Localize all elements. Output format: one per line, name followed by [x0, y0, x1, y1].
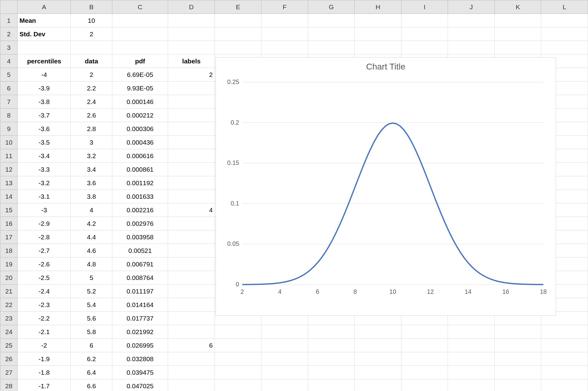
cell-A15[interactable]: -3: [18, 203, 71, 217]
cell-C10[interactable]: 0.000436: [112, 136, 168, 149]
cell-empty[interactable]: [215, 325, 261, 339]
cell-A14[interactable]: -3.1: [18, 190, 71, 203]
cell-empty[interactable]: [355, 325, 401, 339]
cell-B6[interactable]: 2.2: [71, 82, 112, 95]
cell-B27[interactable]: 6.4: [71, 366, 112, 379]
col-header-G[interactable]: G: [308, 0, 355, 14]
row-header-24[interactable]: 24: [0, 325, 18, 339]
cell-C9[interactable]: 0.000306: [112, 122, 168, 136]
cell-empty[interactable]: [494, 41, 541, 54]
cell-empty[interactable]: [401, 41, 448, 54]
cell-C24[interactable]: 0.021992: [112, 325, 168, 339]
row-header-22[interactable]: 22: [0, 298, 18, 312]
cell-B23[interactable]: 5.6: [71, 312, 112, 325]
cell-A23[interactable]: -2.2: [18, 312, 71, 325]
cell-empty[interactable]: [355, 366, 401, 379]
cell-B11[interactable]: 3.2: [71, 149, 112, 163]
cell-empty[interactable]: [261, 352, 308, 366]
cell-C20[interactable]: 0.008764: [112, 271, 168, 285]
cell-C16[interactable]: 0.002976: [112, 217, 168, 230]
cell-empty[interactable]: [401, 325, 448, 339]
cell-C6[interactable]: 9.93E-05: [112, 82, 168, 95]
embedded-chart[interactable]: Chart Title 00.050.10.150.20.25246810121…: [215, 57, 556, 316]
cell-D20[interactable]: [168, 271, 215, 285]
cell-C12[interactable]: 0.000861: [112, 163, 168, 176]
cell-D1[interactable]: [168, 14, 215, 27]
cell-C14[interactable]: 0.001633: [112, 190, 168, 203]
cell-empty[interactable]: [494, 325, 541, 339]
cell-D16[interactable]: [168, 217, 215, 230]
cell-C26[interactable]: 0.032808: [112, 352, 168, 366]
cell-A24[interactable]: -2.1: [18, 325, 71, 339]
cell-D6[interactable]: [168, 82, 215, 95]
cell-empty[interactable]: [448, 41, 495, 54]
cell-B21[interactable]: 5.2: [71, 285, 112, 298]
cell-D3[interactable]: [168, 41, 215, 54]
row-header-21[interactable]: 21: [0, 285, 18, 298]
cell-D28[interactable]: [168, 379, 215, 391]
cell-empty[interactable]: [541, 379, 588, 391]
cell-B26[interactable]: 6.2: [71, 352, 112, 366]
cell-C19[interactable]: 0.006791: [112, 257, 168, 271]
cell-empty[interactable]: [355, 27, 401, 41]
cell-A21[interactable]: -2.4: [18, 285, 71, 298]
select-all-corner[interactable]: [0, 0, 18, 14]
cell-C28[interactable]: 0.047025: [112, 379, 168, 391]
cell-empty[interactable]: [541, 325, 588, 339]
cell-empty[interactable]: [215, 352, 261, 366]
col-header-K[interactable]: K: [494, 0, 541, 14]
cell-B2[interactable]: 2: [71, 27, 112, 41]
cell-A9[interactable]: -3.6: [18, 122, 71, 136]
cell-C22[interactable]: 0.014164: [112, 298, 168, 312]
row-header-28[interactable]: 28: [0, 379, 18, 391]
row-header-9[interactable]: 9: [0, 122, 18, 136]
cell-empty[interactable]: [448, 14, 495, 27]
row-header-3[interactable]: 3: [0, 41, 18, 54]
cell-C2[interactable]: [112, 27, 168, 41]
row-header-2[interactable]: 2: [0, 27, 18, 41]
cell-B9[interactable]: 2.8: [71, 122, 112, 136]
col-header-D[interactable]: D: [168, 0, 215, 14]
cell-B12[interactable]: 3.4: [71, 163, 112, 176]
cell-B19[interactable]: 4.8: [71, 257, 112, 271]
cell-empty[interactable]: [448, 379, 495, 391]
cell-A16[interactable]: -2.9: [18, 217, 71, 230]
cell-D21[interactable]: [168, 285, 215, 298]
cell-B20[interactable]: 5: [71, 271, 112, 285]
col-header-E[interactable]: E: [215, 0, 261, 14]
cell-empty[interactable]: [261, 379, 308, 391]
row-header-19[interactable]: 19: [0, 257, 18, 271]
cell-empty[interactable]: [215, 41, 261, 54]
cell-C17[interactable]: 0.003958: [112, 230, 168, 244]
row-header-27[interactable]: 27: [0, 366, 18, 379]
cell-A2[interactable]: Std. Dev: [18, 27, 71, 41]
cell-empty[interactable]: [261, 14, 308, 27]
row-header-10[interactable]: 10: [0, 136, 18, 149]
cell-C1[interactable]: [112, 14, 168, 27]
cell-A3[interactable]: [18, 41, 71, 54]
cell-empty[interactable]: [308, 14, 355, 27]
cell-empty[interactable]: [494, 379, 541, 391]
col-header-F[interactable]: F: [261, 0, 308, 14]
cell-empty[interactable]: [261, 339, 308, 352]
cell-D4[interactable]: labels: [168, 54, 215, 68]
cell-A17[interactable]: -2.8: [18, 230, 71, 244]
row-header-11[interactable]: 11: [0, 149, 18, 163]
col-header-B[interactable]: B: [71, 0, 112, 14]
row-header-14[interactable]: 14: [0, 190, 18, 203]
cell-empty[interactable]: [308, 325, 355, 339]
col-header-H[interactable]: H: [355, 0, 401, 14]
cell-A12[interactable]: -3.3: [18, 163, 71, 176]
cell-empty[interactable]: [494, 366, 541, 379]
cell-A18[interactable]: -2.7: [18, 244, 71, 257]
cell-C23[interactable]: 0.017737: [112, 312, 168, 325]
cell-B3[interactable]: [71, 41, 112, 54]
cell-D10[interactable]: [168, 136, 215, 149]
cell-C4[interactable]: pdf: [112, 54, 168, 68]
cell-C25[interactable]: 0.026995: [112, 339, 168, 352]
cell-D5[interactable]: 2: [168, 68, 215, 82]
cell-empty[interactable]: [308, 339, 355, 352]
cell-empty[interactable]: [355, 339, 401, 352]
cell-empty[interactable]: [215, 14, 261, 27]
cell-A10[interactable]: -3.5: [18, 136, 71, 149]
